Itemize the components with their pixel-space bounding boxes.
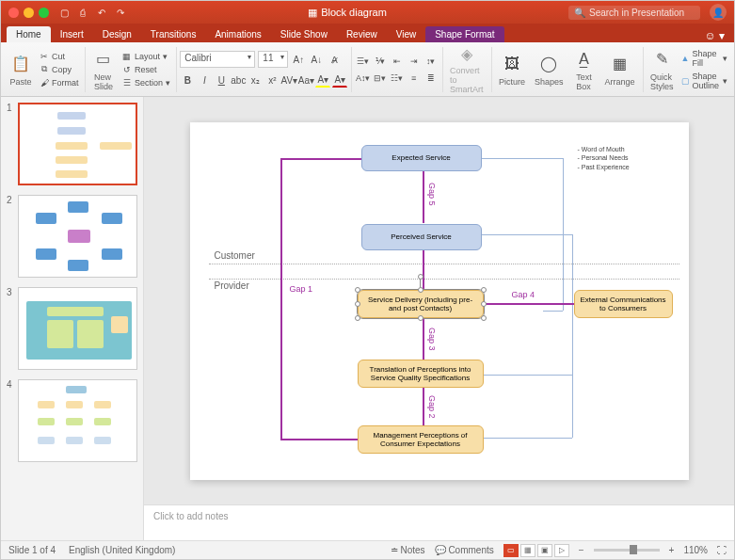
notes-pane[interactable]: Click to add notes — [144, 504, 734, 540]
shapes-button[interactable]: ◯ Shapes — [531, 45, 567, 94]
slide-thumbnail-1[interactable] — [18, 103, 137, 185]
character-spacing-button[interactable]: AV▾ — [281, 72, 296, 88]
expected-service-box[interactable]: Expected Service — [361, 145, 482, 171]
print-icon[interactable]: ⎙ — [77, 7, 88, 18]
comments-toggle[interactable]: 💬 Comments — [435, 545, 494, 555]
gap3-label: Gap 3 — [427, 328, 437, 351]
change-case-button[interactable]: Aa▾ — [298, 72, 313, 88]
quick-styles-button[interactable]: ✎ Quick Styles — [647, 45, 678, 94]
bold-button[interactable]: B — [180, 72, 195, 88]
external-comm-box[interactable]: External Communications to Consumers — [574, 290, 673, 318]
close-window-button[interactable] — [8, 8, 19, 18]
language-indicator[interactable]: English (United Kingdom) — [69, 545, 175, 555]
minimize-window-button[interactable] — [24, 8, 34, 18]
translation-box[interactable]: Translation of Perceptions into Service … — [358, 360, 484, 388]
increase-font-button[interactable]: A↑ — [291, 52, 306, 67]
zoom-in-button[interactable]: + — [669, 545, 675, 555]
sorter-view-button[interactable]: ▦ — [520, 544, 535, 557]
management-box[interactable]: Management Perceptions of Consumer Expec… — [358, 425, 484, 454]
fit-to-window-button[interactable]: ⛶ — [717, 545, 727, 555]
slide-canvas[interactable]: Customer Provider — [190, 122, 689, 480]
picture-button[interactable]: 🖼 Picture — [495, 45, 529, 94]
zoom-out-button[interactable]: − — [579, 545, 584, 555]
user-account-button[interactable]: 👤 — [710, 4, 727, 21]
columns-button[interactable]: ☷▾ — [390, 71, 405, 86]
decrease-font-button[interactable]: A↓ — [309, 52, 324, 67]
clear-format-button[interactable]: A̷ — [327, 52, 342, 67]
thumb-number: 1 — [7, 103, 14, 185]
reset-button[interactable]: ↺Reset — [120, 64, 172, 75]
text-direction-button[interactable]: A↕▾ — [356, 71, 371, 86]
font-size-select[interactable]: 11 — [258, 51, 288, 68]
increase-indent-button[interactable]: ⇥ — [407, 54, 422, 69]
strikethrough-button[interactable]: abc — [231, 72, 246, 88]
reading-view-button[interactable]: ▣ — [537, 544, 552, 557]
cut-button[interactable]: ✂Cut — [38, 51, 81, 62]
normal-view-button[interactable]: ▭ — [503, 544, 519, 557]
window-controls — [8, 8, 49, 18]
tab-insert[interactable]: Insert — [51, 26, 93, 42]
layout-button[interactable]: ▦Layout ▾ — [120, 51, 172, 62]
section-button[interactable]: ☰Section ▾ — [120, 77, 172, 88]
convert-smartart-button[interactable]: ◈ Convert to SmartArt — [446, 45, 487, 94]
superscript-button[interactable]: x² — [264, 72, 280, 88]
decrease-indent-button[interactable]: ⇤ — [390, 54, 405, 69]
notes-toggle[interactable]: ≐ Notes — [391, 545, 425, 555]
tab-home[interactable]: Home — [7, 26, 51, 42]
section-icon: ☰ — [122, 78, 132, 88]
font-color-button[interactable]: A▾ — [332, 72, 347, 88]
shape-fill-button[interactable]: ▲Shape Fill ▾ — [679, 48, 730, 69]
picture-icon: 🖼 — [501, 53, 523, 75]
slide-thumbnail-3[interactable] — [18, 287, 137, 370]
underline-button[interactable]: U — [214, 72, 229, 88]
ribbon: 📋 Paste ✂Cut ⧉Copy 🖌Format ▭ New Slide ▦… — [1, 42, 734, 97]
maximize-window-button[interactable] — [39, 8, 49, 18]
slideshow-view-button[interactable]: ▷ — [554, 544, 569, 557]
thumb-number: 4 — [7, 379, 14, 462]
align-text-button[interactable]: ⊟▾ — [373, 71, 388, 86]
presentation-icon: ▦ — [308, 7, 317, 19]
subscript-button[interactable]: x₂ — [248, 72, 263, 88]
ribbon-tabs: Home Insert Design Transitions Animation… — [1, 24, 734, 42]
save-icon[interactable]: ▢ — [58, 7, 70, 18]
zoom-slider[interactable] — [594, 549, 660, 552]
line-spacing-button[interactable]: ↕▾ — [423, 54, 439, 69]
align-center-button[interactable]: ≣ — [423, 71, 439, 86]
thumb-number: 3 — [7, 287, 14, 370]
undo-icon[interactable]: ↶ — [96, 7, 107, 18]
thumb-number: 2 — [7, 195, 14, 278]
numbering-button[interactable]: ⅟▾ — [373, 54, 388, 69]
italic-button[interactable]: I — [197, 72, 212, 88]
tab-animations[interactable]: Animations — [205, 26, 270, 42]
arrange-icon: ▦ — [609, 53, 631, 75]
align-left-button[interactable]: ≡ — [407, 71, 422, 86]
service-delivery-box[interactable]: Service Delivery (Including pre- and pos… — [358, 290, 484, 318]
view-mode-buttons: ▭ ▦ ▣ ▷ — [503, 544, 569, 557]
perceived-service-box[interactable]: Perceived Service — [361, 224, 482, 250]
format-painter-button[interactable]: 🖌Format — [38, 77, 81, 88]
tab-shape-format[interactable]: Shape Format — [425, 26, 503, 42]
tab-view[interactable]: View — [387, 26, 426, 42]
tab-transitions[interactable]: Transitions — [141, 26, 206, 42]
tab-review[interactable]: Review — [337, 26, 387, 42]
font-name-select[interactable]: Calibri — [180, 51, 255, 68]
copy-icon: ⧉ — [40, 65, 49, 74]
gap1-label: Gap 1 — [290, 284, 313, 294]
search-input[interactable]: 🔍 Search in Presentation — [568, 6, 700, 20]
slide-thumbnail-2[interactable] — [18, 195, 137, 278]
tab-design[interactable]: Design — [93, 26, 141, 42]
textbox-button[interactable]: A̲ Text Box — [569, 45, 599, 94]
slide-thumbnail-4[interactable] — [18, 379, 137, 462]
new-slide-button[interactable]: ▭ New Slide — [88, 45, 119, 94]
tab-slideshow[interactable]: Slide Show — [271, 26, 337, 42]
zoom-level[interactable]: 110% — [683, 545, 708, 555]
paste-button[interactable]: 📋 Paste — [6, 45, 36, 94]
highlight-button[interactable]: A▾ — [315, 72, 330, 88]
copy-button[interactable]: ⧉Copy — [38, 64, 81, 75]
redo-icon[interactable]: ↷ — [115, 7, 126, 18]
new-slide-icon: ▭ — [92, 48, 115, 71]
arrange-button[interactable]: ▦ Arrange — [601, 45, 639, 94]
feedback-button[interactable]: ☺ ▾ — [704, 29, 725, 42]
shape-outline-button[interactable]: ▢Shape Outline ▾ — [679, 71, 730, 91]
bullets-button[interactable]: ☰▾ — [356, 54, 371, 69]
